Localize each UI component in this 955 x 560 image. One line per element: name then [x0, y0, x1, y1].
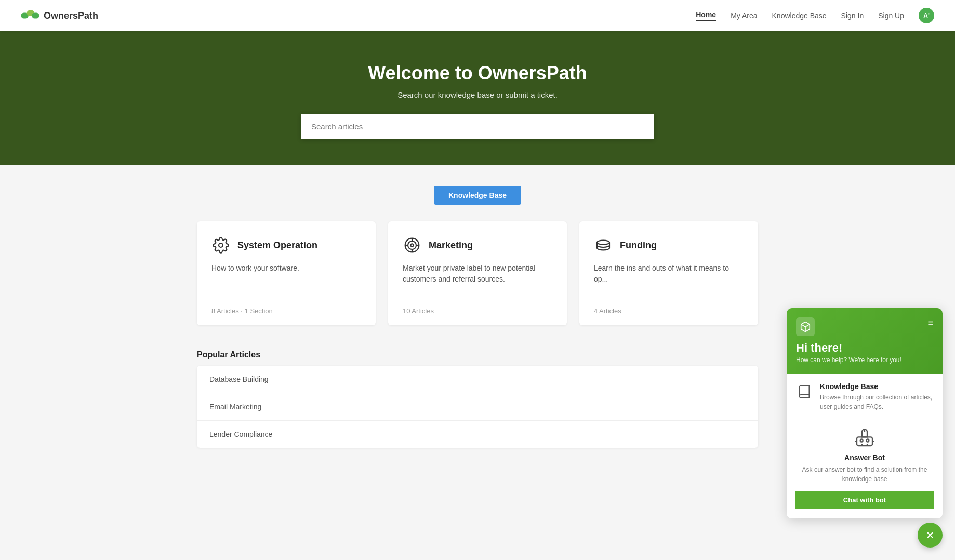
card-header: Marketing [403, 236, 552, 255]
card-marketing-title: Marketing [429, 240, 473, 251]
popular-item-1[interactable]: Email Marketing [197, 393, 758, 421]
chat-kb-text: Knowledge Base Browse through our collec… [820, 382, 934, 411]
chat-bot-inner: Answer Bot Ask our answer bot to find a … [795, 428, 934, 509]
svg-rect-2 [32, 12, 39, 18]
card-funding[interactable]: Funding Learn the ins and outs of what i… [579, 221, 758, 325]
chat-bot-title: Answer Bot [795, 454, 934, 462]
cards-row: System Operation How to work your softwa… [197, 221, 758, 325]
chat-menu-icon[interactable]: ≡ [927, 317, 933, 328]
card-funding-title: Funding [620, 240, 657, 251]
chat-knowledge-base-section[interactable]: Knowledge Base Browse through our collec… [787, 374, 943, 419]
chat-section-inner: Knowledge Base Browse through our collec… [795, 382, 934, 411]
avatar[interactable]: A' [919, 8, 934, 23]
nav-home[interactable]: Home [696, 10, 716, 21]
card-system-operation-desc: How to work your software. [211, 263, 361, 297]
robot-icon [795, 428, 934, 448]
target-icon [403, 236, 421, 255]
nav-knowledge-base[interactable]: Knowledge Base [772, 11, 827, 20]
navbar-brand: OwnersPath [44, 10, 98, 21]
svg-point-11 [597, 241, 609, 245]
chat-greeting: Hi there! [796, 341, 901, 355]
chat-logo-icon [796, 317, 815, 336]
popular-articles-title: Popular Articles [197, 350, 758, 359]
card-header: Funding [594, 236, 744, 255]
svg-rect-13 [857, 437, 872, 446]
card-header: System Operation [211, 236, 361, 255]
popular-item-0[interactable]: Database Building [197, 366, 758, 393]
close-icon [925, 530, 935, 540]
chat-kb-desc: Browse through our collection of article… [820, 393, 934, 411]
nav-sign-in[interactable]: Sign In [841, 11, 864, 20]
navbar: OwnersPath Home My Area Knowledge Base S… [0, 0, 955, 31]
navbar-logo[interactable]: OwnersPath [21, 9, 98, 22]
chat-answer-bot-section: Answer Bot Ask our answer bot to find a … [787, 419, 943, 518]
gear-icon [211, 236, 230, 255]
chat-bot-desc: Ask our answer bot to find a solution fr… [795, 465, 934, 484]
svg-point-14 [860, 439, 863, 442]
popular-articles-section: Popular Articles Database Building Email… [197, 350, 758, 448]
tab-row: Knowledge Base [197, 186, 758, 205]
nav-my-area[interactable]: My Area [731, 11, 757, 20]
card-marketing-meta: 10 Articles [403, 307, 552, 315]
search-bar [301, 114, 654, 139]
search-input[interactable] [301, 114, 654, 139]
svg-point-15 [866, 439, 869, 442]
chat-tagline: How can we help? We're here for you! [796, 356, 901, 364]
svg-point-3 [219, 243, 223, 247]
hero-section: Welcome to OwnersPath Search our knowled… [0, 31, 955, 165]
popular-item-2[interactable]: Lender Compliance [197, 421, 758, 448]
book-icon [795, 382, 814, 401]
card-funding-desc: Learn the ins and outs of what it means … [594, 263, 744, 297]
svg-point-6 [410, 244, 413, 246]
card-funding-meta: 4 Articles [594, 307, 744, 315]
nav-sign-up[interactable]: Sign Up [878, 11, 904, 20]
popular-articles-list: Database Building Email Marketing Lender… [197, 366, 758, 448]
chat-header-left: Hi there! How can we help? We're here fo… [796, 317, 901, 364]
tab-knowledge-base[interactable]: Knowledge Base [434, 186, 521, 205]
chat-kb-title: Knowledge Base [820, 382, 934, 391]
chat-widget: Hi there! How can we help? We're here fo… [787, 308, 943, 518]
chat-header: Hi there! How can we help? We're here fo… [787, 308, 943, 374]
card-system-operation-title: System Operation [237, 240, 317, 251]
chat-with-bot-button[interactable]: Chat with bot [795, 491, 934, 509]
svg-point-5 [408, 241, 416, 249]
chat-close-button[interactable] [918, 523, 943, 548]
card-marketing[interactable]: Marketing Market your private label to n… [388, 221, 567, 325]
main-content: Knowledge Base System Operation How to w… [187, 165, 768, 479]
card-marketing-desc: Market your private label to new potenti… [403, 263, 552, 297]
hero-subtitle: Search our knowledge base or submit a ti… [10, 90, 945, 99]
navbar-links: Home My Area Knowledge Base Sign In Sign… [696, 8, 934, 23]
money-icon [594, 236, 613, 255]
card-system-operation[interactable]: System Operation How to work your softwa… [197, 221, 376, 325]
hero-title: Welcome to OwnersPath [10, 62, 945, 84]
card-system-operation-meta: 8 Articles · 1 Section [211, 307, 361, 315]
